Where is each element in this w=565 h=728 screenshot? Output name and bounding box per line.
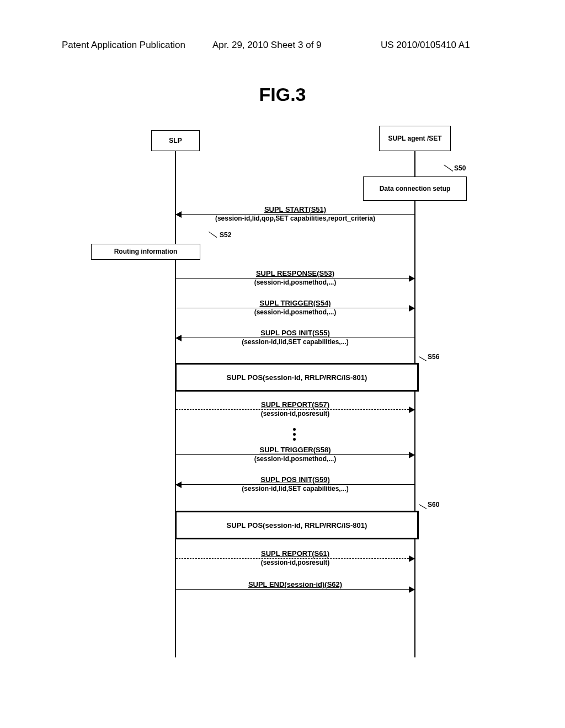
leader-s50 bbox=[444, 165, 453, 172]
arrow-s61 bbox=[176, 558, 414, 559]
arrow-s53 bbox=[176, 278, 414, 279]
msg-s57-params: (session-id,posresult) bbox=[176, 410, 414, 417]
data-connection-box: Data connection setup bbox=[363, 176, 467, 201]
header-left: Patent Application Publication bbox=[62, 40, 185, 51]
routing-info-box: Routing information bbox=[91, 244, 200, 260]
arrow-s55 bbox=[176, 338, 414, 338]
arrow-s54 bbox=[176, 308, 414, 308]
msg-s58-title: SUPL TRIGGER(S58) bbox=[176, 446, 414, 454]
msg-s59-params: (session-id,lid,SET capabilities,...) bbox=[176, 485, 414, 493]
supl-pos-box-60: SUPL POS(session-id, RRLP/RRC/IS-801) bbox=[175, 511, 419, 539]
msg-s57-title: SUPL REPORT(S57) bbox=[176, 400, 414, 409]
msg-s54-params: (session-id,posmethod,...) bbox=[176, 308, 414, 316]
msg-s53-title: SUPL RESPONSE(S53) bbox=[176, 269, 414, 277]
msg-s62: SUPL END(session-id)(S62) bbox=[176, 580, 414, 588]
header-mid: Apr. 29, 2010 Sheet 3 of 9 bbox=[212, 40, 322, 51]
leader-s56 bbox=[419, 356, 427, 361]
sequence-diagram: SLP SUPL agent /SET S50 Data connection … bbox=[97, 119, 483, 671]
msg-s54-title: SUPL TRIGGER(S54) bbox=[176, 299, 414, 307]
arrow-s59 bbox=[176, 484, 414, 485]
tag-s50: S50 bbox=[454, 164, 466, 172]
leader-s52 bbox=[209, 232, 217, 238]
arrow-s62 bbox=[176, 589, 414, 590]
arrow-s51 bbox=[176, 214, 414, 215]
figure-title: FIG.3 bbox=[0, 84, 565, 105]
tag-s60: S60 bbox=[428, 501, 439, 508]
msg-s55-params: (session-id,lid,SET capabilities,...) bbox=[176, 338, 414, 346]
tag-s56: S56 bbox=[428, 353, 439, 361]
msg-s51-params: (session-id,lid,qop,SET capabilities,rep… bbox=[176, 215, 414, 222]
actor-set: SUPL agent /SET bbox=[379, 126, 451, 151]
msg-s61-title: SUPL REPORT(S61) bbox=[176, 549, 414, 558]
msg-s61-params: (session-id,posresult) bbox=[176, 559, 414, 566]
supl-pos-box-56: SUPL POS(session-id, RRLP/RRC/IS-801) bbox=[175, 363, 419, 392]
actor-slp: SLP bbox=[151, 130, 200, 151]
leader-s60 bbox=[419, 504, 427, 509]
msg-s55-title: SUPL POS INIT(S55) bbox=[176, 329, 414, 337]
msg-s59-title: SUPL POS INIT(S59) bbox=[176, 475, 414, 484]
arrow-s57 bbox=[176, 409, 414, 410]
page-root: Patent Application Publication Apr. 29, … bbox=[0, 0, 565, 728]
msg-s62-title: SUPL END(session-id)(S62) bbox=[176, 580, 414, 588]
tag-s52: S52 bbox=[220, 231, 231, 239]
msg-s51-title: SUPL START(S51) bbox=[176, 205, 414, 213]
lifeline-set bbox=[414, 150, 415, 657]
msg-s53-params: (session-id,posmethod,...) bbox=[176, 279, 414, 286]
continuation-dots bbox=[293, 426, 296, 443]
msg-s58-params: (session-id,posmethod,...) bbox=[176, 455, 414, 463]
arrow-s58 bbox=[176, 454, 414, 455]
header-right: US 2010/0105410 A1 bbox=[381, 40, 470, 51]
